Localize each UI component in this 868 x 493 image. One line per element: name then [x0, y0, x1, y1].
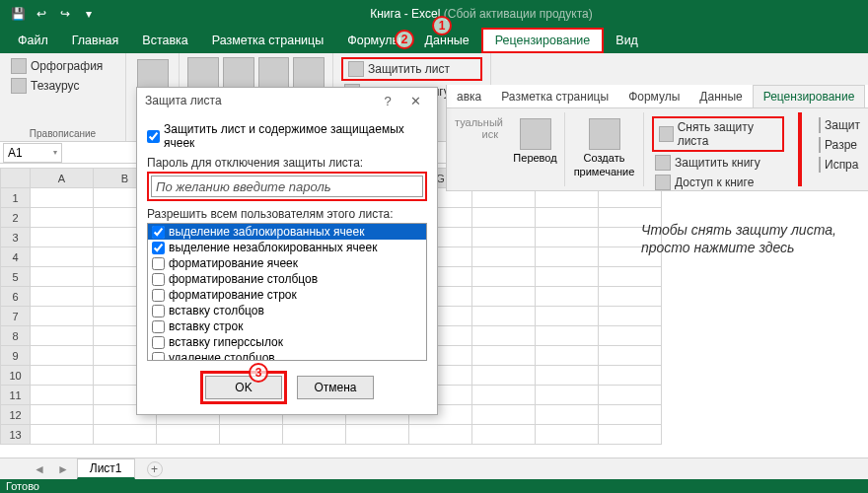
ok-button[interactable]: OK	[205, 376, 282, 399]
cell[interactable]	[31, 267, 94, 287]
sheet-nav-next[interactable]: ►	[53, 462, 73, 476]
cell[interactable]	[31, 307, 94, 326]
tab2-layout[interactable]: Разметка страницы	[491, 85, 618, 107]
cell[interactable]	[599, 405, 662, 425]
permission-item[interactable]: форматирование столбцов	[148, 271, 426, 287]
cell[interactable]	[409, 425, 472, 445]
cell[interactable]	[31, 346, 94, 366]
cell[interactable]	[599, 386, 662, 405]
qat-dropdown-icon[interactable]: ▾	[80, 5, 98, 23]
cell[interactable]	[472, 208, 536, 228]
cell[interactable]	[536, 405, 599, 425]
cell[interactable]	[536, 326, 599, 346]
cell[interactable]	[472, 366, 536, 386]
cancel-button[interactable]: Отмена	[297, 376, 374, 399]
row-header[interactable]: 6	[1, 287, 31, 307]
password-input[interactable]	[151, 176, 423, 197]
translate-icon[interactable]	[187, 57, 219, 89]
cell[interactable]	[31, 386, 94, 405]
save-icon[interactable]: 💾	[9, 5, 27, 23]
row-header[interactable]: 7	[1, 307, 31, 326]
row-header[interactable]: 1	[1, 188, 31, 208]
row-header[interactable]: 2	[1, 208, 31, 228]
row-header[interactable]: 10	[1, 366, 31, 386]
add-sheet-button[interactable]: +	[147, 461, 163, 477]
cell[interactable]	[346, 425, 409, 445]
cell[interactable]	[599, 366, 662, 386]
comment3-icon[interactable]	[293, 57, 325, 89]
unprotect-sheet-button[interactable]: Снять защиту листа	[656, 119, 780, 149]
row-header[interactable]: 4	[1, 247, 31, 267]
cell[interactable]	[31, 208, 94, 228]
comment-icon[interactable]	[223, 57, 254, 89]
tab-layout[interactable]: Разметка страницы	[200, 28, 335, 53]
row-header[interactable]: 3	[1, 228, 31, 247]
spelling-button[interactable]: Орфография	[8, 57, 117, 75]
permission-item[interactable]: вставку столбцов	[148, 303, 426, 318]
permission-checkbox[interactable]	[152, 336, 165, 349]
tab2-formulas[interactable]: Формулы	[618, 85, 689, 107]
cell[interactable]	[31, 405, 94, 425]
track-partial[interactable]: Испра	[816, 156, 859, 174]
row-header[interactable]: 11	[1, 386, 31, 405]
cell[interactable]	[472, 425, 536, 445]
sheet-tab-1[interactable]: Лист1	[77, 458, 135, 479]
cell[interactable]	[536, 247, 599, 267]
cell[interactable]	[599, 307, 662, 326]
cell[interactable]	[31, 425, 94, 445]
permission-checkbox[interactable]	[152, 320, 165, 333]
cell[interactable]	[94, 425, 157, 445]
tab-view[interactable]: Вид	[604, 28, 650, 53]
permission-item[interactable]: вставку строк	[148, 318, 426, 334]
cell[interactable]	[472, 326, 536, 346]
new-comment-button[interactable]: Создатьпримечание	[573, 116, 635, 179]
row-header[interactable]: 9	[1, 346, 31, 366]
protect-contents-checkbox[interactable]: Защитить лист и содержимое защищаемых яч…	[147, 122, 427, 150]
cell[interactable]	[599, 267, 662, 287]
cell[interactable]	[472, 346, 536, 366]
cell[interactable]	[31, 326, 94, 346]
cell[interactable]	[157, 425, 220, 445]
cell[interactable]	[536, 425, 599, 445]
cell[interactable]	[536, 386, 599, 405]
cell[interactable]	[536, 208, 599, 228]
cell[interactable]	[599, 287, 662, 307]
row-header[interactable]: 13	[1, 425, 31, 445]
permission-checkbox[interactable]	[152, 289, 165, 302]
row-header[interactable]: 8	[1, 326, 31, 346]
cell[interactable]	[599, 425, 662, 445]
cell[interactable]	[472, 247, 536, 267]
cell[interactable]	[472, 267, 536, 287]
protect-workbook-button2[interactable]: Защитить книгу	[652, 154, 784, 172]
tab-review[interactable]: Рецензирование	[481, 28, 605, 53]
cell[interactable]	[31, 247, 94, 267]
permission-checkbox[interactable]	[152, 226, 165, 239]
comment2-icon[interactable]	[258, 57, 290, 89]
thesaurus-button[interactable]: Тезаурус	[8, 77, 117, 95]
cell[interactable]	[536, 287, 599, 307]
tab2-partial[interactable]: авка	[447, 85, 491, 107]
protect-partial[interactable]: Защит	[816, 116, 859, 134]
cell[interactable]	[472, 287, 536, 307]
cell[interactable]	[536, 307, 599, 326]
cell[interactable]	[472, 228, 536, 247]
cell[interactable]	[283, 425, 346, 445]
name-box[interactable]: A1	[3, 143, 62, 163]
row-header[interactable]: 5	[1, 267, 31, 287]
cell[interactable]	[220, 425, 283, 445]
permission-item[interactable]: форматирование ячеек	[148, 255, 426, 271]
col-header[interactable]: A	[31, 169, 94, 188]
permission-item[interactable]: выделение незаблокированных ячеек	[148, 240, 426, 255]
tab-home[interactable]: Главная	[60, 28, 131, 53]
tab-insert[interactable]: Вставка	[130, 28, 199, 53]
permission-item[interactable]: форматирование строк	[148, 287, 426, 303]
translate-button[interactable]: Перевод	[514, 116, 556, 166]
tab2-data[interactable]: Данные	[689, 85, 752, 107]
sheet-nav-prev[interactable]: ◄	[30, 462, 49, 476]
allow-partial[interactable]: Разре	[816, 136, 859, 154]
cell[interactable]	[472, 307, 536, 326]
cell[interactable]	[31, 287, 94, 307]
cell[interactable]	[536, 366, 599, 386]
permission-checkbox[interactable]	[152, 257, 165, 270]
cell[interactable]	[31, 228, 94, 247]
